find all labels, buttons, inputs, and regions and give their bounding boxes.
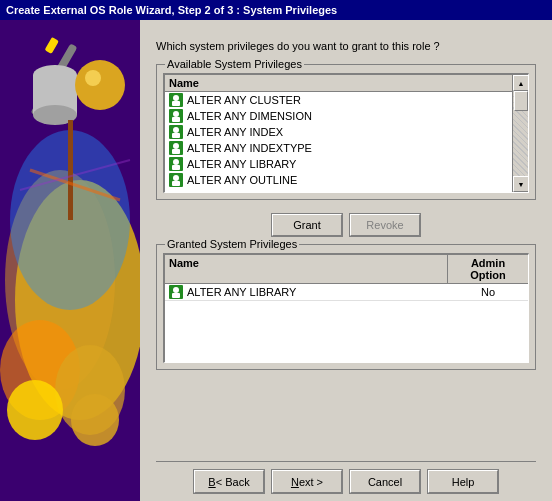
list-item-text: ALTER ANY CLUSTER <box>187 94 301 106</box>
wizard-art-panel <box>0 20 140 501</box>
table-row[interactable]: ALTER ANY LIBRARY No <box>165 284 528 301</box>
grant-revoke-row: Grant Revoke <box>156 214 536 236</box>
list-item[interactable]: ALTER ANY LIBRARY <box>165 156 512 172</box>
back-button[interactable]: B< Back< Back <box>194 470 264 493</box>
scroll-thumb[interactable] <box>514 91 528 111</box>
granted-table[interactable]: Name Admin Option ALTER ANY LIBRARY No <box>163 253 529 363</box>
priv-icon <box>169 141 183 155</box>
list-item[interactable]: ALTER ANY OUTLINE <box>165 172 512 188</box>
cancel-label: Cancel <box>368 476 402 488</box>
svg-point-11 <box>75 60 125 110</box>
scroll-track[interactable] <box>513 91 528 176</box>
question-text: Which system privileges do you want to g… <box>156 40 536 52</box>
svg-rect-29 <box>172 149 180 154</box>
available-list-inner[interactable]: Name ALTER ANY CLUSTER ALTER ANY DIMENSI… <box>165 75 512 192</box>
scroll-down-button[interactable]: ▼ <box>513 176 529 192</box>
svg-point-28 <box>173 143 179 149</box>
scroll-up-button[interactable]: ▲ <box>513 75 529 91</box>
table-cell-name: ALTER ANY LIBRARY <box>165 284 448 300</box>
svg-point-13 <box>7 380 63 440</box>
available-list-box[interactable]: Name ALTER ANY CLUSTER ALTER ANY DIMENSI… <box>163 73 529 193</box>
svg-point-19 <box>173 95 179 101</box>
svg-point-31 <box>173 159 179 165</box>
help-button[interactable]: Help <box>428 470 498 493</box>
priv-icon <box>169 173 183 187</box>
right-panel: Which system privileges do you want to g… <box>140 20 552 501</box>
table-header-name: Name <box>165 255 448 283</box>
svg-rect-20 <box>172 101 180 106</box>
title-bar-label: Create External OS Role Wizard, Step 2 o… <box>6 4 337 16</box>
list-item[interactable]: ALTER ANY DIMENSION <box>165 108 512 124</box>
list-item-text: ALTER ANY LIBRARY <box>187 158 296 170</box>
svg-point-34 <box>173 175 179 181</box>
svg-rect-38 <box>172 293 180 298</box>
list-item[interactable]: ALTER ANY CLUSTER <box>165 92 512 108</box>
svg-point-22 <box>173 111 179 117</box>
list-item[interactable]: ALTER ANY INDEX <box>165 124 512 140</box>
priv-icon <box>169 93 183 107</box>
available-list-header: Name <box>165 75 512 92</box>
table-cell-admin: No <box>448 284 528 300</box>
priv-icon <box>169 285 183 299</box>
help-label: Help <box>452 476 475 488</box>
list-item[interactable]: ALTER ANY INDEXTYPE <box>165 140 512 156</box>
available-list-scrollbar[interactable]: ▲ ▼ <box>512 75 528 192</box>
list-item-text: ALTER ANY DIMENSION <box>187 110 312 122</box>
back-label: B< Back< Back <box>208 476 249 488</box>
next-button[interactable]: Next > <box>272 470 342 493</box>
svg-rect-23 <box>172 117 180 122</box>
svg-point-25 <box>173 127 179 133</box>
svg-rect-32 <box>172 165 180 170</box>
cancel-button[interactable]: Cancel <box>350 470 420 493</box>
table-header-admin: Admin Option <box>448 255 528 283</box>
svg-point-37 <box>173 287 179 293</box>
svg-rect-35 <box>172 181 180 186</box>
granted-group-label: Granted System Privileges <box>165 238 299 250</box>
next-label: Next > <box>291 476 323 488</box>
priv-icon <box>169 157 183 171</box>
svg-point-14 <box>71 394 119 446</box>
svg-point-12 <box>85 70 101 86</box>
priv-icon <box>169 125 183 139</box>
list-item-text: ALTER ANY INDEX <box>187 126 283 138</box>
list-item-text: ALTER ANY OUTLINE <box>187 174 297 186</box>
granted-item-name: ALTER ANY LIBRARY <box>187 286 296 298</box>
list-item-text: ALTER ANY INDEXTYPE <box>187 142 312 154</box>
priv-icon <box>169 109 183 123</box>
grant-button[interactable]: Grant <box>272 214 342 236</box>
svg-rect-15 <box>68 120 73 220</box>
svg-rect-26 <box>172 133 180 138</box>
revoke-button[interactable]: Revoke <box>350 214 420 236</box>
available-privileges-group: Available System Privileges Name ALTER A… <box>156 64 536 200</box>
granted-privileges-group: Granted System Privileges Name Admin Opt… <box>156 244 536 370</box>
available-group-label: Available System Privileges <box>165 58 304 70</box>
granted-table-header: Name Admin Option <box>165 255 528 284</box>
